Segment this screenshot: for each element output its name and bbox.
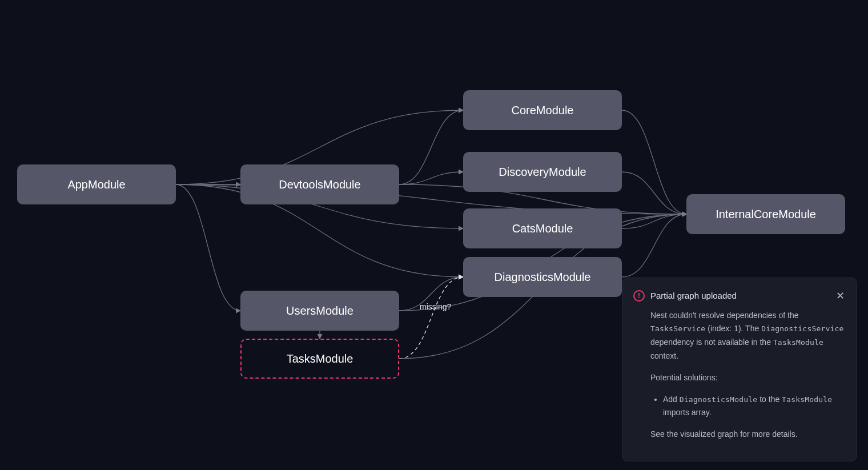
edge-app-users: [176, 184, 240, 311]
module-node-discovery[interactable]: DiscoveryModule: [463, 152, 622, 192]
edge-tasks-diagnostics: [399, 277, 463, 359]
edge-discovery-internal: [622, 172, 686, 214]
module-node-diagnostics[interactable]: DiagnosticsModule: [463, 257, 622, 297]
edge-core-internal: [622, 110, 686, 214]
edge-users-diagnostics: [399, 277, 463, 311]
solutions-label: Potential solutions:: [650, 371, 846, 385]
module-node-tasks[interactable]: TasksModule: [240, 339, 399, 379]
edge-cats-internal: [622, 214, 686, 228]
module-node-users[interactable]: UsersModule: [240, 291, 399, 331]
edge-label-tasks-diagnostics: missing?: [420, 302, 451, 311]
warning-footer: See the visualized graph for more detail…: [650, 428, 846, 441]
close-icon[interactable]: ✕: [835, 290, 846, 302]
warning-body: Nest couldn't resolve dependencies of th…: [633, 309, 846, 441]
module-node-internal[interactable]: InternalCoreModule: [686, 194, 845, 234]
edge-devtools-discovery: [399, 172, 463, 184]
module-node-core[interactable]: CoreModule: [463, 90, 622, 130]
warning-panel: ! Partial graph uploaded ✕ Nest couldn't…: [622, 278, 857, 461]
warning-header: ! Partial graph uploaded ✕: [633, 288, 846, 303]
module-node-cats[interactable]: CatsModule: [463, 208, 622, 248]
warning-icon: !: [633, 290, 645, 302]
module-node-devtools[interactable]: DevtoolsModule: [240, 164, 399, 204]
solution-item: Add DiagnosticsModule to the TasksModule…: [663, 393, 846, 420]
warning-title: Partial graph uploaded: [650, 288, 829, 303]
edge-diagnostics-internal: [622, 214, 686, 277]
solutions-list: Add DiagnosticsModule to the TasksModule…: [650, 393, 846, 420]
warning-message: Nest couldn't resolve dependencies of th…: [650, 309, 846, 363]
module-node-app[interactable]: AppModule: [17, 164, 176, 204]
edge-devtools-core: [399, 110, 463, 184]
